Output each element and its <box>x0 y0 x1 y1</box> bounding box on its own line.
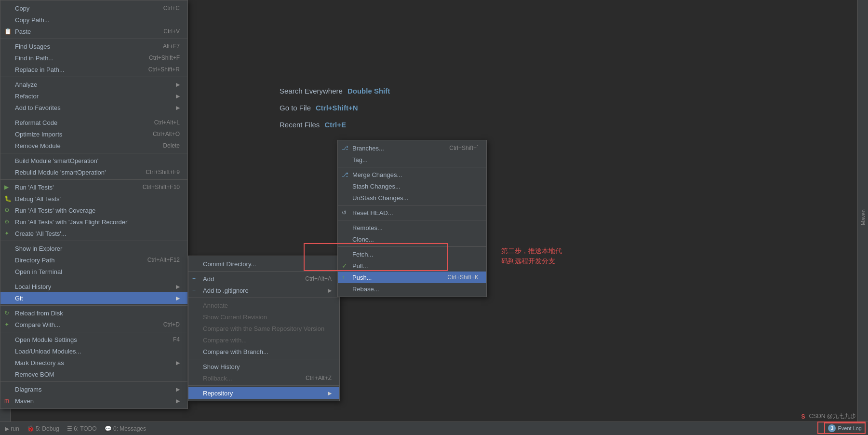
menu-open-terminal-label: Open in Terminal <box>15 268 62 275</box>
git-add[interactable]: + Add Ctrl+Alt+A <box>188 273 339 285</box>
repo-fetch[interactable]: Fetch... <box>338 248 486 260</box>
menu-remove-bom[interactable]: Remove BOM <box>0 368 187 380</box>
repo-tag[interactable]: Tag... <box>338 154 486 165</box>
git-show-history[interactable]: Show History <box>188 361 339 372</box>
menu-maven[interactable]: m Maven ▶ <box>0 395 187 407</box>
repo-unstash[interactable]: UnStash Changes... <box>338 192 486 204</box>
git-compare-branch[interactable]: Compare with Branch... <box>188 346 339 357</box>
git-compare-with[interactable]: Compare with... <box>188 334 339 346</box>
menu-local-history[interactable]: Local History ▶ <box>0 281 187 292</box>
git-commit-dir[interactable]: Commit Directory... <box>188 258 339 270</box>
menu-add-favorites[interactable]: Add to Favorites ▶ <box>0 102 187 113</box>
merge-icon: ⎇ <box>342 171 348 178</box>
menu-show-explorer[interactable]: Show in Explorer <box>0 243 187 254</box>
menu-add-favorites-label: Add to Favorites <box>15 104 61 111</box>
menu-mark-directory[interactable]: Mark Directory as ▶ <box>0 357 187 368</box>
git-context-menu: Commit Directory... + Add Ctrl+Alt+A + A… <box>188 256 340 401</box>
menu-git[interactable]: Git ▶ <box>0 292 187 304</box>
git-sep1 <box>188 271 339 272</box>
repo-reset-head[interactable]: ↺ Reset HEAD... <box>338 207 486 218</box>
menu-build-module-label: Build Module 'smartOperation' <box>15 157 98 164</box>
sep6 <box>0 241 187 241</box>
menu-compare-with[interactable]: ✦ Compare With... Ctrl+D <box>0 319 187 330</box>
event-log-badge: 3 <box>828 424 836 432</box>
git-add-icon: + <box>192 275 196 282</box>
favorites-arrow-icon: ▶ <box>176 105 180 111</box>
coverage-icon: ⚙ <box>4 207 10 214</box>
search-label: Search Everywhere <box>280 87 343 95</box>
menu-create-tests[interactable]: ✦ Create 'All Tests'... <box>0 228 187 239</box>
menu-copy-path[interactable]: Copy Path... <box>0 14 187 26</box>
status-messages[interactable]: 💬 0: Messages <box>105 425 146 432</box>
git-compare-with-label: Compare with... <box>203 337 247 344</box>
menu-rebuild-module[interactable]: Rebuild Module 'smartOperation' Ctrl+Shi… <box>0 166 187 178</box>
menu-debug-tests[interactable]: 🐛 Debug 'All Tests' <box>0 193 187 204</box>
menu-run-tests-label: Run 'All Tests' <box>15 184 54 191</box>
menu-run-tests[interactable]: ▶ Run 'All Tests' Ctrl+Shift+F10 <box>0 181 187 193</box>
git-show-revision[interactable]: Show Current Revision <box>188 311 339 323</box>
menu-find-in-path-label: Find in Path... <box>15 54 53 62</box>
repo-pull[interactable]: ✓ Pull... <box>338 260 486 272</box>
menu-open-terminal[interactable]: Open in Terminal <box>0 266 187 277</box>
sep2 <box>0 77 187 77</box>
repo-branches[interactable]: ⎇ Branches... Ctrl+Shift+` <box>338 142 486 154</box>
repo-rebase[interactable]: Rebase... <box>338 283 486 295</box>
sep7 <box>0 279 187 279</box>
git-compare-repo-label: Compare with the Same Repository Version <box>203 325 324 332</box>
menu-replace-in-path[interactable]: Replace in Path... Ctrl+Shift+R <box>0 64 187 75</box>
menu-copy[interactable]: Copy Ctrl+C <box>0 2 187 14</box>
menu-reload-disk[interactable]: ↻ Reload from Disk <box>0 307 187 319</box>
repo-remotes[interactable]: Remotes... <box>338 222 486 233</box>
status-todo[interactable]: ☰ 6: TODO <box>67 425 97 432</box>
git-rollback[interactable]: Rollback... Ctrl+Alt+Z <box>188 372 339 384</box>
repo-sep4 <box>338 246 486 247</box>
menu-remove-module[interactable]: Remove Module Delete <box>0 140 187 151</box>
push-icon: ↑ <box>342 274 345 281</box>
menu-analyze[interactable]: Analyze ▶ <box>0 79 187 90</box>
menu-optimize-imports[interactable]: Optimize Imports Ctrl+Alt+O <box>0 128 187 140</box>
event-log-button[interactable]: 3 Event Log <box>824 422 866 434</box>
local-history-arrow-icon: ▶ <box>176 284 180 290</box>
menu-show-explorer-label: Show in Explorer <box>15 245 62 252</box>
repo-remotes-label: Remotes... <box>352 224 383 231</box>
menu-diagrams[interactable]: Diagrams ▶ <box>0 383 187 395</box>
repo-clone[interactable]: Clone... <box>338 233 486 245</box>
csdn-watermark: S CSDN @九七九步 <box>801 412 856 421</box>
git-add-gitignore[interactable]: + Add to .gitignore ▶ <box>188 285 339 296</box>
menu-rebuild-module-label: Rebuild Module 'smartOperation' <box>15 169 106 176</box>
sep10 <box>0 381 187 382</box>
repo-merge-label: Merge Changes... <box>352 171 402 178</box>
annotation-line2: 码到远程开发分支 <box>501 256 562 266</box>
menu-reformat[interactable]: Reformat Code Ctrl+Alt+L <box>0 117 187 128</box>
git-repository[interactable]: Repository ▶ <box>188 387 339 399</box>
git-add-shortcut: Ctrl+Alt+A <box>305 275 332 282</box>
menu-build-module[interactable]: Build Module 'smartOperation' <box>0 155 187 166</box>
menu-load-unload[interactable]: Load/Unload Modules... <box>0 345 187 357</box>
repo-push-shortcut: Ctrl+Shift+K <box>447 274 479 281</box>
status-run[interactable]: ▶ run <box>5 425 19 432</box>
git-compare-repo[interactable]: Compare with the Same Repository Version <box>188 323 339 334</box>
repo-stash[interactable]: Stash Changes... <box>338 180 486 192</box>
menu-run-flight-recorder[interactable]: ⚙ Run 'All Tests' with 'Java Flight Reco… <box>0 216 187 228</box>
menu-module-settings[interactable]: Open Module Settings F4 <box>0 334 187 345</box>
git-gitignore-arrow-icon: ▶ <box>328 287 332 294</box>
menu-find-usages[interactable]: Find Usages Alt+F7 <box>0 41 187 52</box>
run-icon: ▶ <box>4 184 9 190</box>
menu-paste[interactable]: 📋 Paste Ctrl+V <box>0 26 187 37</box>
sep4 <box>0 153 187 153</box>
repo-push-label: Push... <box>352 274 372 281</box>
menu-find-in-path[interactable]: Find in Path... Ctrl+Shift+F <box>0 52 187 64</box>
repo-merge[interactable]: ⎇ Merge Changes... <box>338 169 486 180</box>
maven-label: Maven <box>860 209 866 225</box>
menu-directory-path[interactable]: Directory Path Ctrl+Alt+F12 <box>0 254 187 266</box>
git-sep4 <box>188 385 339 386</box>
sep8 <box>0 305 187 306</box>
paste-icon: 📋 <box>4 28 12 35</box>
menu-refactor[interactable]: Refactor ▶ <box>0 90 187 102</box>
repo-reset-head-label: Reset HEAD... <box>352 209 393 217</box>
repo-push[interactable]: ↑ Push... Ctrl+Shift+K <box>338 272 486 283</box>
pull-check-icon: ✓ <box>342 262 347 270</box>
git-annotate[interactable]: Annotate <box>188 299 339 311</box>
menu-run-coverage[interactable]: ⚙ Run 'All Tests' with Coverage <box>0 204 187 216</box>
status-debug[interactable]: 🐞 5: Debug <box>27 425 59 432</box>
